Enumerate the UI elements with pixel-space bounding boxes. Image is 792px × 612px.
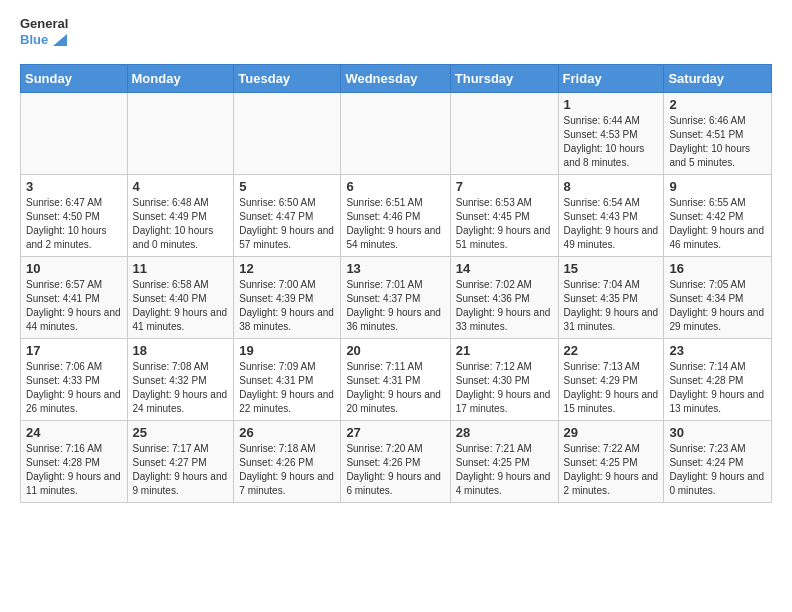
- day-number: 15: [564, 261, 659, 276]
- day-number: 12: [239, 261, 335, 276]
- day-number: 11: [133, 261, 229, 276]
- day-info: Sunrise: 7:02 AM Sunset: 4:36 PM Dayligh…: [456, 278, 553, 334]
- day-info: Sunrise: 7:01 AM Sunset: 4:37 PM Dayligh…: [346, 278, 444, 334]
- calendar-cell: 17Sunrise: 7:06 AM Sunset: 4:33 PM Dayli…: [21, 339, 128, 421]
- calendar-cell: 6Sunrise: 6:51 AM Sunset: 4:46 PM Daylig…: [341, 175, 450, 257]
- day-info: Sunrise: 7:08 AM Sunset: 4:32 PM Dayligh…: [133, 360, 229, 416]
- calendar-week-row: 24Sunrise: 7:16 AM Sunset: 4:28 PM Dayli…: [21, 421, 772, 503]
- calendar-cell: 4Sunrise: 6:48 AM Sunset: 4:49 PM Daylig…: [127, 175, 234, 257]
- weekday-header-row: SundayMondayTuesdayWednesdayThursdayFrid…: [21, 65, 772, 93]
- day-number: 14: [456, 261, 553, 276]
- weekday-header-cell: Monday: [127, 65, 234, 93]
- day-info: Sunrise: 6:57 AM Sunset: 4:41 PM Dayligh…: [26, 278, 122, 334]
- day-info: Sunrise: 7:21 AM Sunset: 4:25 PM Dayligh…: [456, 442, 553, 498]
- day-number: 24: [26, 425, 122, 440]
- day-info: Sunrise: 7:22 AM Sunset: 4:25 PM Dayligh…: [564, 442, 659, 498]
- day-number: 9: [669, 179, 766, 194]
- day-info: Sunrise: 7:14 AM Sunset: 4:28 PM Dayligh…: [669, 360, 766, 416]
- calendar-cell: [127, 93, 234, 175]
- day-info: Sunrise: 7:18 AM Sunset: 4:26 PM Dayligh…: [239, 442, 335, 498]
- calendar-cell: 21Sunrise: 7:12 AM Sunset: 4:30 PM Dayli…: [450, 339, 558, 421]
- day-number: 13: [346, 261, 444, 276]
- calendar-cell: 27Sunrise: 7:20 AM Sunset: 4:26 PM Dayli…: [341, 421, 450, 503]
- calendar-cell: 16Sunrise: 7:05 AM Sunset: 4:34 PM Dayli…: [664, 257, 772, 339]
- calendar-cell: 10Sunrise: 6:57 AM Sunset: 4:41 PM Dayli…: [21, 257, 128, 339]
- calendar-cell: 26Sunrise: 7:18 AM Sunset: 4:26 PM Dayli…: [234, 421, 341, 503]
- weekday-header-cell: Thursday: [450, 65, 558, 93]
- day-info: Sunrise: 6:51 AM Sunset: 4:46 PM Dayligh…: [346, 196, 444, 252]
- calendar-week-row: 17Sunrise: 7:06 AM Sunset: 4:33 PM Dayli…: [21, 339, 772, 421]
- day-info: Sunrise: 6:54 AM Sunset: 4:43 PM Dayligh…: [564, 196, 659, 252]
- day-number: 21: [456, 343, 553, 358]
- day-info: Sunrise: 7:17 AM Sunset: 4:27 PM Dayligh…: [133, 442, 229, 498]
- day-info: Sunrise: 7:16 AM Sunset: 4:28 PM Dayligh…: [26, 442, 122, 498]
- calendar-cell: 5Sunrise: 6:50 AM Sunset: 4:47 PM Daylig…: [234, 175, 341, 257]
- calendar-cell: 25Sunrise: 7:17 AM Sunset: 4:27 PM Dayli…: [127, 421, 234, 503]
- day-number: 8: [564, 179, 659, 194]
- calendar-cell: 13Sunrise: 7:01 AM Sunset: 4:37 PM Dayli…: [341, 257, 450, 339]
- calendar-cell: [450, 93, 558, 175]
- calendar-cell: 19Sunrise: 7:09 AM Sunset: 4:31 PM Dayli…: [234, 339, 341, 421]
- day-number: 16: [669, 261, 766, 276]
- day-number: 30: [669, 425, 766, 440]
- calendar-cell: [21, 93, 128, 175]
- day-number: 26: [239, 425, 335, 440]
- day-number: 25: [133, 425, 229, 440]
- day-number: 2: [669, 97, 766, 112]
- calendar-cell: 14Sunrise: 7:02 AM Sunset: 4:36 PM Dayli…: [450, 257, 558, 339]
- day-number: 28: [456, 425, 553, 440]
- day-number: 1: [564, 97, 659, 112]
- day-number: 29: [564, 425, 659, 440]
- day-info: Sunrise: 7:11 AM Sunset: 4:31 PM Dayligh…: [346, 360, 444, 416]
- weekday-header-cell: Sunday: [21, 65, 128, 93]
- calendar-cell: 24Sunrise: 7:16 AM Sunset: 4:28 PM Dayli…: [21, 421, 128, 503]
- weekday-header-cell: Tuesday: [234, 65, 341, 93]
- svg-marker-0: [53, 34, 67, 46]
- calendar-cell: 1Sunrise: 6:44 AM Sunset: 4:53 PM Daylig…: [558, 93, 664, 175]
- day-info: Sunrise: 7:20 AM Sunset: 4:26 PM Dayligh…: [346, 442, 444, 498]
- logo-arrow-icon: [53, 34, 67, 46]
- day-info: Sunrise: 6:50 AM Sunset: 4:47 PM Dayligh…: [239, 196, 335, 252]
- calendar-cell: 20Sunrise: 7:11 AM Sunset: 4:31 PM Dayli…: [341, 339, 450, 421]
- day-info: Sunrise: 6:55 AM Sunset: 4:42 PM Dayligh…: [669, 196, 766, 252]
- day-info: Sunrise: 6:44 AM Sunset: 4:53 PM Dayligh…: [564, 114, 659, 170]
- day-info: Sunrise: 7:00 AM Sunset: 4:39 PM Dayligh…: [239, 278, 335, 334]
- calendar-cell: 18Sunrise: 7:08 AM Sunset: 4:32 PM Dayli…: [127, 339, 234, 421]
- day-number: 5: [239, 179, 335, 194]
- weekday-header-cell: Friday: [558, 65, 664, 93]
- day-info: Sunrise: 6:53 AM Sunset: 4:45 PM Dayligh…: [456, 196, 553, 252]
- logo-graphic: General Blue: [20, 16, 90, 52]
- logo-text-general: General: [20, 16, 90, 32]
- day-info: Sunrise: 6:46 AM Sunset: 4:51 PM Dayligh…: [669, 114, 766, 170]
- calendar-week-row: 10Sunrise: 6:57 AM Sunset: 4:41 PM Dayli…: [21, 257, 772, 339]
- day-number: 6: [346, 179, 444, 194]
- calendar-body: 1Sunrise: 6:44 AM Sunset: 4:53 PM Daylig…: [21, 93, 772, 503]
- day-number: 4: [133, 179, 229, 194]
- calendar-cell: 12Sunrise: 7:00 AM Sunset: 4:39 PM Dayli…: [234, 257, 341, 339]
- day-number: 18: [133, 343, 229, 358]
- day-number: 20: [346, 343, 444, 358]
- day-info: Sunrise: 6:47 AM Sunset: 4:50 PM Dayligh…: [26, 196, 122, 252]
- day-info: Sunrise: 6:48 AM Sunset: 4:49 PM Dayligh…: [133, 196, 229, 252]
- day-number: 7: [456, 179, 553, 194]
- day-number: 27: [346, 425, 444, 440]
- day-info: Sunrise: 7:23 AM Sunset: 4:24 PM Dayligh…: [669, 442, 766, 498]
- calendar-cell: 11Sunrise: 6:58 AM Sunset: 4:40 PM Dayli…: [127, 257, 234, 339]
- calendar-cell: 7Sunrise: 6:53 AM Sunset: 4:45 PM Daylig…: [450, 175, 558, 257]
- calendar-cell: [234, 93, 341, 175]
- calendar-cell: 23Sunrise: 7:14 AM Sunset: 4:28 PM Dayli…: [664, 339, 772, 421]
- weekday-header-cell: Saturday: [664, 65, 772, 93]
- day-number: 17: [26, 343, 122, 358]
- day-info: Sunrise: 7:05 AM Sunset: 4:34 PM Dayligh…: [669, 278, 766, 334]
- calendar-cell: 15Sunrise: 7:04 AM Sunset: 4:35 PM Dayli…: [558, 257, 664, 339]
- calendar-cell: 28Sunrise: 7:21 AM Sunset: 4:25 PM Dayli…: [450, 421, 558, 503]
- day-info: Sunrise: 7:09 AM Sunset: 4:31 PM Dayligh…: [239, 360, 335, 416]
- day-number: 19: [239, 343, 335, 358]
- page-container: General Blue SundayMondayTuesdayWednesda…: [0, 0, 792, 519]
- calendar-cell: 8Sunrise: 6:54 AM Sunset: 4:43 PM Daylig…: [558, 175, 664, 257]
- calendar-table: SundayMondayTuesdayWednesdayThursdayFrid…: [20, 64, 772, 503]
- day-info: Sunrise: 6:58 AM Sunset: 4:40 PM Dayligh…: [133, 278, 229, 334]
- calendar-cell: 9Sunrise: 6:55 AM Sunset: 4:42 PM Daylig…: [664, 175, 772, 257]
- day-number: 3: [26, 179, 122, 194]
- calendar-cell: 2Sunrise: 6:46 AM Sunset: 4:51 PM Daylig…: [664, 93, 772, 175]
